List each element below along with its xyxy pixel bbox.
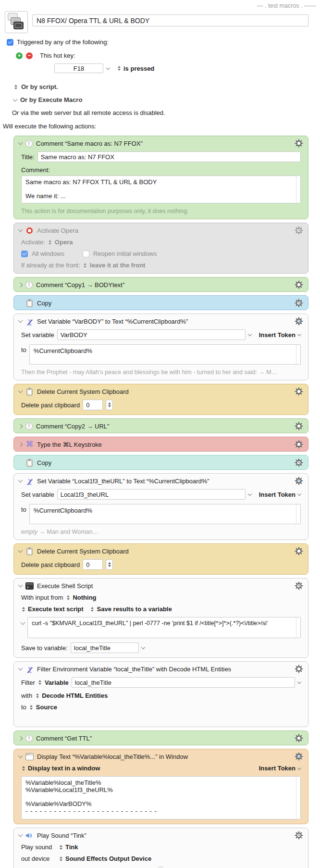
gear-icon[interactable] — [295, 831, 303, 840]
script-mode-popup[interactable]: Execute text script — [21, 605, 84, 613]
gear-icon[interactable] — [295, 280, 303, 289]
filter-variable-input[interactable]: local_theTitle — [72, 677, 295, 688]
variable-chevron-icon[interactable] — [297, 680, 301, 684]
front-label: If already at the front: — [21, 262, 80, 269]
action-title: Comment “Copy2 → URL” — [36, 423, 291, 430]
window-icon — [25, 753, 34, 761]
stepper-control[interactable] — [106, 559, 113, 570]
disclosure-chevron-icon[interactable] — [18, 478, 23, 483]
gear-icon[interactable] — [295, 581, 303, 590]
set-variable-label: Set variable — [21, 331, 54, 339]
action-footnote: This action is for documentation purpose… — [21, 208, 301, 214]
gear-icon[interactable] — [295, 387, 303, 396]
action-title: Activate Opera — [37, 227, 291, 234]
action-filter-variable[interactable]: χ Filter Environment Variable “local_the… — [13, 661, 308, 727]
variable-name-input[interactable]: VarBODY — [57, 329, 246, 340]
disclosure-chevron-icon[interactable] — [18, 424, 23, 428]
delete-past-input[interactable]: 0 — [83, 559, 103, 570]
triggered-checkbox[interactable] — [7, 39, 13, 46]
gear-icon[interactable] — [295, 139, 303, 148]
action-activate-opera[interactable]: Activate Opera Activate: Opera All windo… — [13, 223, 308, 274]
disclosure-chevron-icon[interactable] — [18, 666, 23, 671]
macro-name-input[interactable]: N8 FFOX/ Opera TTL & URL & BODY — [32, 14, 308, 26]
activate-popup[interactable]: Opera — [48, 239, 73, 246]
gear-icon[interactable] — [295, 299, 303, 307]
insert-token-button[interactable]: Insert Token — [259, 765, 301, 772]
gear-icon[interactable] — [295, 734, 303, 742]
action-comment[interactable]: ! Comment “Get TTL” — [13, 730, 308, 745]
updown-icon[interactable] — [13, 85, 18, 89]
comment-title-input[interactable]: Same macro as: N7 FFOX — [37, 151, 301, 162]
action-comment[interactable]: ! Comment “Same macro as: N7 FFOX” Title… — [13, 136, 308, 219]
hotkey-chevron-icon[interactable] — [106, 66, 110, 70]
filter-kind-popup[interactable]: Variable — [38, 679, 69, 686]
front-popup[interactable]: leave it at the front — [83, 262, 146, 269]
to-label: to — [21, 704, 26, 711]
action-copy[interactable]: Copy — [13, 455, 308, 470]
hotkey-pressed-popup[interactable]: is pressed — [117, 65, 154, 72]
gear-icon[interactable] — [295, 665, 303, 673]
action-set-variable[interactable]: χ Set Variable “VarBODY” to Text “%Curre… — [13, 314, 308, 380]
save-variable-input[interactable]: local_theTitle — [71, 642, 139, 653]
disclosure-chevron-icon[interactable] — [18, 227, 23, 232]
action-comment[interactable]: ! Comment “Copy1 → BODYtext” — [13, 277, 308, 292]
gear-icon[interactable] — [295, 440, 303, 449]
chevron-down-icon — [297, 332, 301, 336]
to-textarea[interactable]: %CurrentClipboard% — [29, 504, 301, 524]
disclosure-chevron-icon[interactable] — [18, 389, 23, 393]
display-mode-popup[interactable]: Display text in a window — [21, 765, 100, 772]
disclosure-chevron-icon[interactable] — [18, 318, 23, 323]
action-type-keystroke[interactable]: ⌘ Type the ⌘L Keystroke — [13, 437, 308, 452]
updown-icon — [38, 680, 42, 685]
sound-popup[interactable]: Tink — [59, 843, 78, 851]
insert-token-button[interactable]: Insert Token — [259, 331, 301, 339]
action-delete-clipboard[interactable]: Delete Current System Clipboard Delete p… — [13, 384, 308, 415]
comment-textarea[interactable]: Same macro as: N7 FFOX TTL & URL & BODY … — [21, 176, 301, 203]
input-source-popup[interactable]: Nothing — [66, 594, 96, 601]
variable-chevron-icon[interactable] — [247, 492, 251, 496]
gear-icon[interactable] — [295, 226, 303, 235]
all-windows-checkbox[interactable] — [21, 251, 28, 257]
updown-icon — [29, 705, 34, 710]
disclosure-chevron-icon[interactable] — [18, 548, 23, 553]
disclosure-chevron-icon[interactable] — [18, 442, 23, 447]
results-mode-popup[interactable]: Save results to a variable — [90, 605, 172, 613]
display-textarea[interactable]: %Variable%local_theTitle% %Variable%Loca… — [21, 776, 301, 819]
add-trigger-icon[interactable]: + — [16, 52, 23, 59]
gear-icon[interactable] — [295, 477, 303, 485]
action-delete-clipboard[interactable]: Delete Current System Clipboard Delete p… — [13, 543, 308, 575]
to-textarea[interactable]: %CurrentClipboard% — [29, 344, 301, 365]
stepper-control[interactable] — [106, 400, 113, 410]
disclosure-chevron-icon[interactable] — [18, 736, 23, 741]
variable-name-input[interactable]: Local1f3_theURL — [57, 489, 246, 500]
gear-icon[interactable] — [295, 422, 303, 430]
gear-icon[interactable] — [295, 547, 303, 555]
filter-operation-popup[interactable]: Decode HTML Entities — [35, 692, 108, 699]
variable-chevron-icon[interactable] — [141, 645, 145, 649]
delete-past-input[interactable]: 0 — [83, 400, 103, 410]
action-comment[interactable]: ! Comment “Copy2 → URL” — [13, 418, 308, 433]
gear-icon[interactable] — [295, 752, 303, 761]
action-execute-shell-script[interactable]: Execute Shell Script With input from Not… — [13, 578, 308, 658]
gear-icon[interactable] — [295, 458, 303, 467]
remove-trigger-icon[interactable]: − — [26, 52, 33, 59]
action-copy[interactable]: Copy — [13, 295, 308, 310]
disclosure-chevron-icon[interactable] — [18, 754, 23, 758]
action-play-sound[interactable]: Play Sound “Tink” Play sound Tink out de… — [13, 828, 308, 868]
filter-target-popup[interactable]: Source — [29, 704, 57, 711]
script-disclosure-icon[interactable] — [21, 620, 25, 625]
script-textarea[interactable]: curl -s "$KMVAR_Local1f3_theURL" | perl … — [27, 617, 301, 638]
reopen-windows-checkbox[interactable] — [83, 251, 89, 257]
action-set-variable[interactable]: χ Set Variable “Local1f3_theURL” to Text… — [13, 473, 308, 540]
disclosure-chevron-icon[interactable] — [18, 832, 23, 837]
action-display-text[interactable]: Display Text “%Variable%local_theTitle%.… — [13, 749, 308, 824]
hotkey-input[interactable]: F18 — [54, 63, 103, 73]
variable-chevron-icon[interactable] — [247, 332, 251, 336]
gear-icon[interactable] — [295, 317, 303, 326]
disclosure-chevron-icon[interactable] — [18, 140, 23, 145]
disclosure-chevron-icon[interactable] — [18, 282, 23, 287]
insert-token-button[interactable]: Insert Token — [259, 491, 301, 498]
output-device-popup[interactable]: Sound Effects Output Device — [59, 855, 151, 862]
disclosure-chevron-icon[interactable] — [18, 583, 23, 588]
chevron-down-icon[interactable] — [13, 97, 18, 101]
